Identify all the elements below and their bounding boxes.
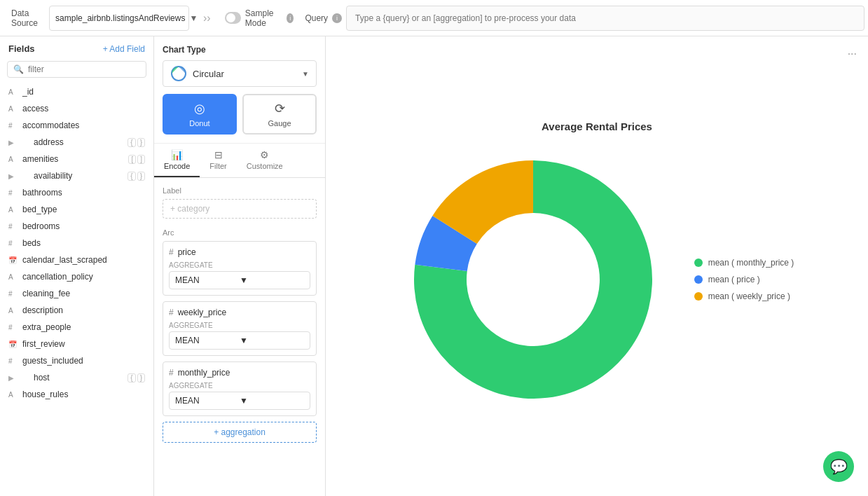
field-item[interactable]: # beds (0, 235, 153, 252)
chart-type-name: Circular (193, 69, 296, 79)
customize-label: Customize (247, 162, 283, 170)
top-bar: Data Source sample_airbnb.listingsAndRev… (0, 0, 868, 36)
field-item[interactable]: # bedrooms (0, 218, 153, 235)
chart-area: ··· Average Rental Prices (326, 36, 868, 496)
tab-customize[interactable]: ⚙ Customize (237, 144, 293, 177)
field-type-icon: 📅 (8, 256, 18, 264)
field-name: _id (22, 87, 145, 97)
field-item[interactable]: A amenities [] (0, 151, 153, 167)
field-type-icon: A (8, 307, 18, 315)
field-name: house_rules (22, 390, 145, 399)
field-name: amenities (22, 154, 124, 164)
sample-mode-label: Sample Mode (245, 8, 282, 28)
chart-type-dropdown[interactable]: Circular ▼ (163, 60, 317, 87)
query-info-icon[interactable]: i (332, 13, 342, 23)
field-item[interactable]: A bed_type (0, 201, 153, 218)
field-item[interactable]: # guests_included (0, 352, 153, 369)
arc-field-price-header: # price (169, 247, 310, 257)
filter-icon: ⊟ (214, 149, 223, 160)
hash-icon-price: # (169, 247, 174, 257)
field-item[interactable]: ▶ host {} (0, 369, 153, 386)
gauge-icon: ⟳ (275, 101, 285, 116)
search-input-wrap: 🔍 (7, 61, 146, 78)
field-item[interactable]: A house_rules (0, 386, 153, 403)
field-badges: {} (128, 373, 145, 383)
tab-encode[interactable]: 📊 Encode (154, 144, 200, 177)
field-item[interactable]: # extra_people (0, 319, 153, 336)
field-item[interactable]: # accommodates (0, 117, 153, 134)
search-input[interactable] (28, 64, 140, 74)
field-item[interactable]: ▶ address {} (0, 134, 153, 151)
label-section-title: Label (163, 186, 317, 195)
price-aggregate-select[interactable]: MEAN ▼ (169, 271, 310, 289)
arc-field-weekly-price: # weekly_price AGGREGATE MEAN ▼ (163, 301, 317, 356)
gauge-label: Gauge (268, 119, 291, 128)
datasource-dropdown[interactable]: sample_airbnb.listingsAndReviews ▼ (49, 6, 189, 31)
arrow-separator: ›› (203, 12, 211, 25)
donut-icon: ◎ (194, 101, 205, 116)
weekly-price-aggregate-select[interactable]: MEAN ▼ (169, 331, 310, 350)
chart-more-button[interactable]: ··· (848, 48, 857, 60)
field-item[interactable]: A description (0, 302, 153, 319)
tab-filter[interactable]: ⊟ Filter (200, 144, 236, 177)
gauge-option[interactable]: ⟳ Gauge (242, 94, 317, 135)
field-type-icon: 📅 (8, 340, 18, 348)
field-name: extra_people (22, 322, 145, 332)
field-name: access (22, 104, 145, 113)
field-name: beds (22, 238, 145, 248)
arc-field-price: # price AGGREGATE MEAN ▼ (163, 241, 317, 296)
monthly-price-field-name: monthly_price (178, 368, 230, 378)
monthly-price-aggregate-select[interactable]: MEAN ▼ (169, 392, 310, 410)
field-item[interactable]: A cancellation_policy (0, 268, 153, 285)
field-item[interactable]: 📅 calendar_last_scraped (0, 252, 153, 268)
field-type-icon: # (8, 324, 18, 331)
sidebar: Fields + Add Field 🔍 A _id A access # ac… (0, 36, 154, 496)
field-name: availability (34, 171, 123, 181)
field-item[interactable]: 📅 first_review (0, 336, 153, 352)
add-aggregation-button[interactable]: + aggregation (163, 422, 317, 443)
donut-label: Donut (189, 119, 209, 128)
add-field-button[interactable]: + Add Field (103, 44, 145, 54)
legend-item: mean ( price ) (694, 275, 794, 284)
chart-type-title: Chart Type (163, 45, 317, 55)
field-item[interactable]: A access (0, 100, 153, 117)
expand-arrow-icon: ▶ (8, 374, 14, 382)
chat-fab-button[interactable]: 💬 (823, 451, 854, 482)
field-name: address (34, 137, 123, 147)
encode-label: Encode (164, 162, 190, 170)
field-item[interactable]: # cleaning_fee (0, 285, 153, 302)
field-type-icon: # (8, 189, 18, 197)
field-item[interactable]: # bathrooms (0, 184, 153, 201)
search-icon: 🔍 (13, 64, 24, 74)
field-type-icon: A (8, 206, 18, 214)
field-item[interactable]: A _id (0, 83, 153, 100)
expand-arrow-icon: ▶ (8, 172, 14, 180)
arc-section-title: Arc (163, 228, 317, 237)
arc-field-weekly-price-header: # weekly_price (169, 308, 310, 317)
field-type-icon: # (8, 290, 18, 298)
datasource-value: sample_airbnb.listingsAndReviews (55, 13, 185, 23)
field-name: bedrooms (22, 221, 145, 231)
datasource-label: Data Source (11, 8, 38, 28)
hash-icon-weekly: # (169, 308, 174, 317)
legend-label: mean ( monthly_price ) (708, 258, 794, 268)
chevron-down-icon: ▼ (189, 13, 198, 23)
sample-mode-switch[interactable] (225, 12, 241, 24)
monthly-agg-chevron: ▼ (240, 396, 304, 406)
sample-mode-info-icon[interactable]: i (287, 13, 294, 23)
filter-label: Filter (209, 162, 226, 170)
field-type-icon: A (8, 391, 18, 399)
field-type-icon: A (8, 273, 18, 281)
legend-dot (694, 292, 703, 301)
field-name: first_review (22, 339, 145, 349)
donut-option[interactable]: ◎ Donut (163, 94, 237, 135)
legend-item: mean ( weekly_price ) (694, 291, 794, 301)
label-placeholder[interactable]: category (163, 199, 317, 219)
chart-options: ◎ Donut ⟳ Gauge (163, 94, 317, 135)
field-name: calendar_last_scraped (22, 255, 145, 265)
field-badges: {} (128, 172, 145, 181)
legend-label: mean ( weekly_price ) (708, 291, 790, 301)
price-field-name: price (178, 247, 196, 257)
query-input[interactable] (346, 6, 864, 31)
field-item[interactable]: ▶ availability {} (0, 167, 153, 184)
